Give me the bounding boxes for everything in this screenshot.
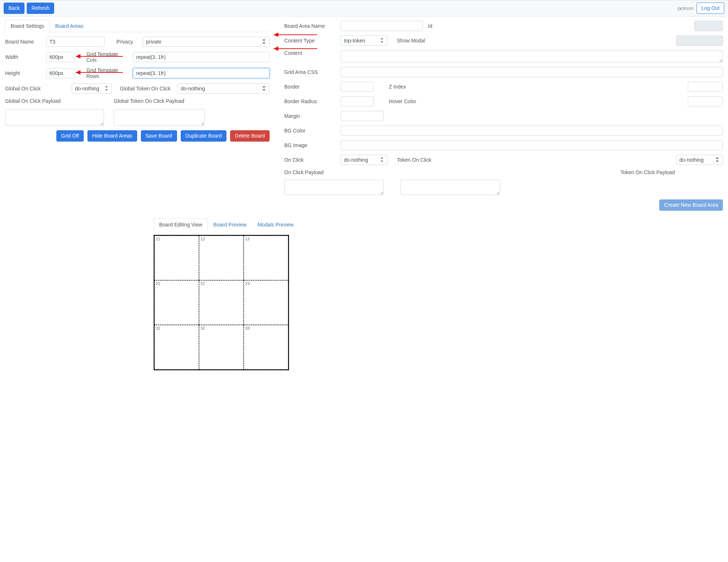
grid-off-button[interactable]: Grid Off: [56, 130, 84, 142]
bgcolor-label: BG Color: [284, 128, 335, 134]
width-label: Width: [5, 54, 42, 60]
token-onclick-payload-label: Token On Click Payload: [620, 169, 683, 175]
board-settings-panel: Board Settings Board Areas Board Name Pr…: [5, 19, 270, 142]
show-modal-label: Show Modal: [397, 38, 430, 44]
grid-cell[interactable]: 11: [154, 236, 199, 280]
content-type-label: Content Type: [284, 38, 335, 44]
bgcolor-input[interactable]: [341, 125, 723, 136]
onclick-select[interactable]: do-nothing: [341, 155, 387, 165]
top-bar: Back Refresh jackson Log Out: [0, 0, 728, 16]
create-board-area-button[interactable]: Create New Board Area: [659, 199, 723, 211]
grid-cell[interactable]: 21: [154, 280, 199, 325]
grid-cell[interactable]: 33: [244, 325, 288, 370]
height-label: Height: [5, 70, 42, 76]
logout-button[interactable]: Log Out: [697, 3, 724, 14]
privacy-select[interactable]: private: [143, 37, 270, 47]
onclick-label: On Click: [284, 157, 335, 163]
grid-rows-label: Grid Template Rows: [86, 67, 128, 79]
content-label: Content: [284, 50, 335, 56]
bottom-tabs: Board Editing View Board Preview Modals …: [154, 218, 299, 231]
back-button[interactable]: Back: [4, 3, 25, 14]
token-onclick-label: Token On Click: [397, 157, 437, 163]
bgimage-label: BG Image: [284, 142, 335, 148]
zindex-input[interactable]: [688, 82, 723, 92]
content-type-select[interactable]: top-token: [341, 35, 387, 46]
board-name-label: Board Name: [5, 39, 42, 45]
left-tabs: Board Settings Board Areas: [5, 19, 270, 32]
global-token-onclick-select[interactable]: do-nothing: [177, 83, 270, 94]
grid-cell[interactable]: 31: [154, 325, 199, 370]
board-name-input[interactable]: [46, 37, 105, 47]
save-board-button[interactable]: Save Board: [141, 130, 177, 142]
grid-area-css-input[interactable]: [341, 67, 723, 77]
tab-board-editing-view[interactable]: Board Editing View: [154, 218, 208, 231]
board-area-panel: Board Area Name Id Content Type top-toke…: [284, 19, 723, 211]
grid-cell[interactable]: 22: [199, 280, 244, 325]
width-input[interactable]: [46, 52, 75, 62]
global-onclick-label: Global On Click: [5, 86, 67, 91]
global-onclick-payload-textarea[interactable]: [5, 109, 104, 126]
zindex-label: Z Index: [389, 84, 422, 90]
tab-board-areas[interactable]: Board Areas: [50, 20, 89, 32]
content-textarea[interactable]: [341, 50, 723, 63]
height-input[interactable]: [46, 68, 75, 78]
global-token-onclick-label: Global Token On Click: [120, 86, 173, 91]
margin-input[interactable]: [341, 111, 384, 121]
tab-board-settings[interactable]: Board Settings: [5, 20, 50, 32]
hover-color-label: Hover Color: [389, 98, 422, 104]
global-onclick-select[interactable]: do-nothing: [72, 83, 112, 94]
onclick-payload-textarea[interactable]: [284, 180, 384, 195]
grid-rows-input[interactable]: [133, 68, 270, 78]
token-onclick-select[interactable]: do-nothing: [676, 155, 723, 165]
grid-preview: 11 12 13 21 22 23 31 32 33: [154, 235, 289, 370]
border-radius-label: Border Radius: [284, 98, 335, 104]
bgimage-input[interactable]: [341, 140, 723, 150]
tab-modals-preview[interactable]: Modals Preview: [252, 218, 299, 231]
show-modal-input: [676, 35, 723, 46]
onclick-payload-label: On Click Payload: [284, 169, 335, 175]
username-label: jackson: [678, 5, 694, 11]
grid-cell[interactable]: 12: [199, 236, 244, 280]
global-token-onclick-payload-textarea[interactable]: [114, 109, 204, 126]
tab-board-preview[interactable]: Board Preview: [208, 218, 252, 231]
area-name-label: Board Area Name: [284, 23, 335, 29]
duplicate-board-button[interactable]: Duplicate Board: [181, 130, 227, 142]
margin-label: Margin: [284, 113, 335, 119]
border-input[interactable]: [341, 82, 374, 92]
delete-board-button[interactable]: Delete Board: [230, 130, 270, 142]
grid-area-css-label: Grid Area CSS: [284, 69, 335, 75]
refresh-button[interactable]: Refresh: [27, 3, 54, 14]
privacy-label: Privacy: [116, 39, 138, 45]
global-onclick-payload-label: Global On Click Payload: [5, 98, 61, 104]
grid-cell[interactable]: 32: [199, 325, 244, 370]
area-name-input[interactable]: [341, 21, 423, 31]
border-label: Border: [284, 84, 335, 90]
grid-cols-input[interactable]: [133, 52, 270, 62]
area-id-input: [694, 21, 723, 31]
grid-cols-label: Grid Template Cols: [86, 51, 128, 63]
hide-board-areas-button[interactable]: Hide Board Areas: [87, 130, 137, 142]
hover-color-input[interactable]: [688, 96, 723, 106]
area-id-label: Id: [428, 23, 435, 29]
grid-cell[interactable]: 23: [244, 280, 288, 325]
token-onclick-payload-textarea[interactable]: [401, 180, 500, 195]
global-token-onclick-payload-label: Global Token On Click Payload: [114, 98, 184, 104]
grid-cell[interactable]: 13: [244, 236, 288, 280]
border-radius-input[interactable]: [341, 96, 374, 106]
